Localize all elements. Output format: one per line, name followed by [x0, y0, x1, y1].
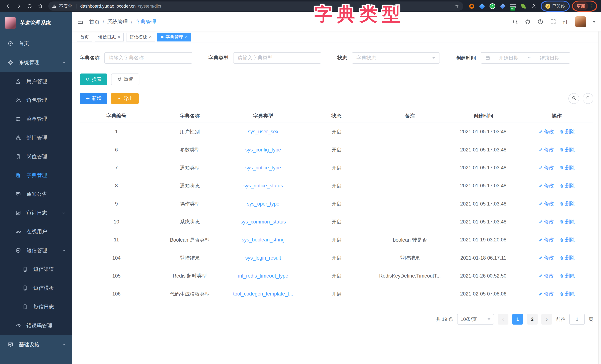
add-button[interactable]: 新增 [80, 93, 107, 104]
tab-sms-log[interactable]: 短信日志× [95, 33, 124, 41]
github-icon[interactable] [525, 19, 531, 25]
edit-link[interactable]: 修改 [538, 273, 554, 279]
delete-link[interactable]: 删除 [559, 291, 575, 297]
sidebar-item-system[interactable]: 系统管理 [0, 53, 72, 72]
leaf-green-extension-icon[interactable] [520, 3, 526, 9]
dict-type-link[interactable]: sys_login_result [245, 255, 281, 261]
chevron-down-icon[interactable] [593, 21, 596, 23]
cell-time: 2021-01-19 03:20:08 [447, 231, 520, 249]
sidebar-item-online-user[interactable]: 在线用户 [0, 222, 72, 241]
close-icon[interactable]: × [185, 35, 188, 39]
edit-link[interactable]: 修改 [538, 146, 554, 153]
tab-sms-template[interactable]: 短信模板× [126, 33, 155, 41]
user-avatar[interactable] [575, 16, 586, 27]
date-range-picker[interactable]: 开始日期 ~ 结束日期 [481, 52, 570, 64]
sidebar-item-error-code[interactable]: 错误码管理 [0, 316, 72, 335]
sidebar-item-infra[interactable]: 基础设施 [0, 335, 72, 354]
sidebar-item-menu[interactable]: 菜单管理 [0, 110, 72, 128]
sidebar-item-role[interactable]: 角色管理 [0, 91, 72, 110]
breadcrumb-item[interactable]: 系统管理 [107, 18, 128, 25]
delete-link[interactable]: 删除 [559, 128, 575, 135]
page-size-select[interactable]: 10条/页 [457, 314, 494, 324]
url-bar[interactable]: 不安全 dashboard.yudao.iocoder.cn/system/di… [48, 1, 463, 11]
dict-type-link[interactable]: sys_notice_status [243, 183, 283, 189]
search-button[interactable]: 搜索 [80, 73, 107, 85]
dict-type-input[interactable] [238, 55, 317, 61]
sidebar-item-sms-log[interactable]: 短信日志 [0, 297, 72, 316]
delete-link[interactable]: 删除 [559, 164, 575, 171]
hamburger-icon[interactable] [77, 19, 84, 25]
reset-button[interactable]: 重置 [111, 73, 140, 85]
show-search-button[interactable] [568, 93, 579, 104]
browser-update-button[interactable]: 更新 [574, 2, 588, 10]
bookmark-star-icon[interactable] [454, 4, 459, 9]
sidebar-item-post[interactable]: 岗位管理 [0, 147, 72, 166]
status-select[interactable]: 字典状态 [352, 52, 440, 64]
dict-type-link[interactable]: sys_user_sex [248, 129, 279, 134]
diamond-blue-extension-icon[interactable] [500, 3, 506, 9]
help-icon[interactable] [537, 19, 543, 25]
grid-extension-icon[interactable]: on [510, 3, 516, 9]
export-button[interactable]: 导出 [111, 93, 139, 104]
sidebar-item-dept[interactable]: 部门管理 [0, 128, 72, 147]
scrollbar[interactable] [598, 12, 601, 364]
edit-link[interactable]: 修改 [538, 219, 554, 225]
close-icon[interactable]: × [149, 35, 152, 39]
person-white-extension-icon[interactable] [531, 3, 537, 9]
sidebar-item-sms[interactable]: 短信管理 [0, 241, 72, 260]
sidebar-item-audit-log[interactable]: 审计日志 [0, 203, 72, 222]
back-icon[interactable] [4, 2, 12, 10]
home-icon[interactable] [36, 2, 45, 10]
delete-link[interactable]: 删除 [559, 219, 575, 225]
font-size-icon[interactable]: TT [563, 19, 569, 25]
green-circle-extension-icon[interactable]: Z [489, 3, 495, 9]
edit-link[interactable]: 修改 [538, 164, 554, 171]
fullscreen-icon[interactable] [550, 19, 556, 25]
delete-link[interactable]: 删除 [559, 273, 575, 279]
breadcrumb-item[interactable]: 首页 [89, 18, 100, 25]
edit-link[interactable]: 修改 [538, 182, 554, 189]
edit-link[interactable]: 修改 [538, 236, 554, 243]
delete-link[interactable]: 删除 [559, 254, 575, 261]
sidebar-item-dict[interactable]: 字典管理 [0, 166, 72, 185]
dict-type-link[interactable]: sys_common_status [240, 219, 286, 225]
forward-icon[interactable] [15, 2, 23, 10]
tab-dict[interactable]: 字典管理× [157, 33, 191, 41]
profile-paused-badge[interactable]: 已暂停 [542, 2, 568, 10]
delete-link[interactable]: 删除 [559, 200, 575, 207]
reload-icon[interactable] [25, 2, 34, 10]
dict-type-link[interactable]: inf_redis_timeout_type [238, 273, 288, 279]
edit-link[interactable]: 修改 [538, 291, 554, 297]
sidebar-item-user[interactable]: 用户管理 [0, 72, 72, 91]
sidebar-item-home[interactable]: 首页 [0, 34, 72, 53]
edit-link[interactable]: 修改 [538, 128, 554, 135]
page-button-1[interactable]: 1 [512, 314, 523, 324]
dict-type-link[interactable]: sys_notice_type [245, 165, 281, 171]
puzzle-orange-extension-icon[interactable] [469, 3, 475, 9]
dict-type-link[interactable]: tool_codegen_template_t... [233, 291, 293, 297]
edit-link[interactable]: 修改 [538, 254, 554, 261]
sidebar-item-sms-channel[interactable]: 短信渠道 [0, 260, 72, 279]
dict-name-input[interactable] [109, 55, 188, 61]
sidebar-item-notice[interactable]: 通知公告 [0, 185, 72, 203]
prev-page-button[interactable]: ‹ [498, 314, 508, 324]
browser-menu-icon[interactable]: ⋮ [588, 3, 595, 9]
delete-link[interactable]: 删除 [559, 146, 575, 153]
delete-link[interactable]: 删除 [559, 182, 575, 189]
dict-type-link[interactable]: sys_boolean_string [242, 237, 285, 243]
gem-blue-extension-icon[interactable] [479, 3, 485, 9]
dict-type-link[interactable]: sys_oper_type [247, 201, 279, 207]
goto-page-input[interactable] [569, 314, 585, 324]
delete-link[interactable]: 删除 [559, 236, 575, 243]
edit-link[interactable]: 修改 [538, 200, 554, 207]
logo[interactable]: 芋道管理系统 [0, 12, 72, 34]
close-icon[interactable]: × [118, 35, 120, 39]
tab-home[interactable]: 首页 [77, 33, 92, 41]
dict-type-link[interactable]: sys_config_type [245, 147, 281, 152]
page-button-2[interactable]: 2 [527, 314, 538, 324]
search-icon[interactable] [512, 19, 518, 25]
refresh-table-button[interactable] [583, 93, 593, 104]
next-page-button[interactable]: › [541, 314, 552, 324]
extension-on-badge: on [510, 7, 515, 11]
sidebar-item-sms-template[interactable]: 短信模板 [0, 279, 72, 297]
